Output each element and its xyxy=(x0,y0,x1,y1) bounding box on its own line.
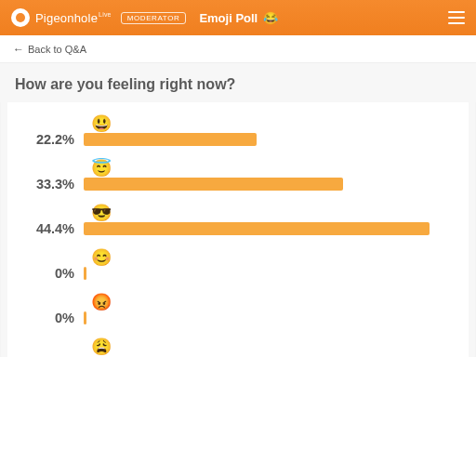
result-percent: 0% xyxy=(17,311,84,325)
option-emoji-icon: 😎 xyxy=(91,205,112,221)
back-to-qna-link[interactable]: ← Back to Q&A xyxy=(13,43,86,56)
page-title-emoji-icon: 😂 xyxy=(263,11,278,25)
result-bar xyxy=(84,267,86,280)
result-bar-row: 0% xyxy=(17,266,459,281)
poll-question: How are you feeling right now? xyxy=(0,63,476,102)
result-bar-row: 33.3% xyxy=(17,177,459,192)
brand-logo-icon xyxy=(11,8,30,27)
brand-name: PigeonholeLive xyxy=(35,11,112,25)
option-emoji-icon: 😡 xyxy=(91,294,112,311)
sub-navbar: ← Back to Q&A xyxy=(0,35,476,63)
result-bar-row: 0% xyxy=(17,311,459,325)
result-bar xyxy=(84,178,343,191)
brand-suffix: Live xyxy=(99,11,112,18)
result-emoji-row: 😇 xyxy=(17,160,459,177)
option-emoji-icon: 😇 xyxy=(91,160,112,177)
app-header: PigeonholeLive MODERATOR Emoji Poll 😂 xyxy=(0,0,476,35)
app-viewport: PigeonholeLive MODERATOR Emoji Poll 😂 ← … xyxy=(0,0,476,357)
page-title: Emoji Poll 😂 xyxy=(199,11,278,25)
result-emoji-row: 😊 xyxy=(17,249,459,266)
result-bar-row: 44.4% xyxy=(17,221,459,236)
option-emoji-icon: 😩 xyxy=(91,338,112,355)
brand-logo[interactable]: PigeonholeLive xyxy=(11,8,112,27)
result-percent: 0% xyxy=(17,266,84,281)
option-emoji-icon: 😊 xyxy=(91,249,112,266)
arrow-left-icon: ← xyxy=(13,43,24,56)
menu-icon[interactable] xyxy=(448,11,465,24)
result-emoji-row: 😩 xyxy=(17,338,459,355)
result-emoji-row: 😡 xyxy=(17,294,459,311)
option-emoji-icon: 😃 xyxy=(91,115,112,132)
results-list: 😃22.2%😇33.3%😎44.4%😊0%😡0%😩 xyxy=(17,115,459,355)
result-bar xyxy=(84,133,257,146)
role-badge: MODERATOR xyxy=(121,12,187,24)
results-card: 😃22.2%😇33.3%😎44.4%😊0%😡0%😩 xyxy=(7,102,469,357)
back-link-label: Back to Q&A xyxy=(28,44,86,55)
result-bar xyxy=(84,222,430,235)
result-bar xyxy=(84,311,86,324)
result-bar-row: 22.2% xyxy=(17,132,459,147)
result-emoji-row: 😃 xyxy=(17,115,459,132)
brand-name-text: Pigeonhole xyxy=(35,11,98,25)
result-percent: 44.4% xyxy=(17,221,84,236)
empty-area xyxy=(0,357,476,476)
result-emoji-row: 😎 xyxy=(17,205,459,221)
result-percent: 22.2% xyxy=(17,132,84,147)
result-percent: 33.3% xyxy=(17,177,84,192)
page-title-text: Emoji Poll xyxy=(199,11,258,25)
